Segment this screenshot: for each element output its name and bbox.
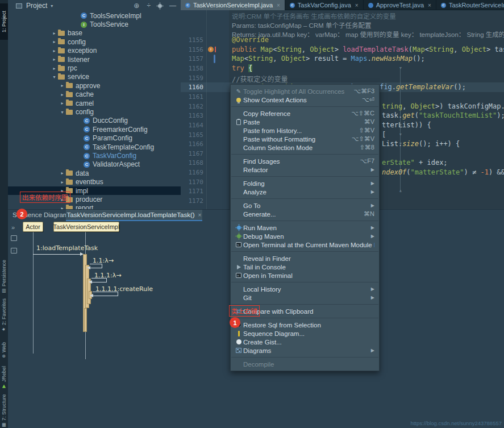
seq-actor-box[interactable]: Actor [23, 222, 43, 232]
tree-item-label: DuccConfig [93, 117, 128, 124]
editor-tab-taskrouterserviceimpl-java[interactable]: CTaskRouterServiceImpl.java× [436, 0, 504, 10]
tree-item-exception[interactable]: ▸exception [8, 47, 181, 55]
fold-marker-icon[interactable]: ▵ [397, 188, 405, 193]
close-icon[interactable]: × [355, 2, 359, 9]
gear-icon[interactable] [158, 4, 162, 8]
code-line-1159[interactable]: 1159 //获取定义的变量 [181, 73, 504, 83]
collapse-arrows-icon[interactable]: » [11, 224, 15, 231]
editor-tab-taskvarconfig-java[interactable]: CTaskVarConfig.java× [285, 0, 364, 10]
tree-item-toolsservice[interactable]: IToolsService [8, 20, 181, 28]
tree-item-cache[interactable]: ▸cache [8, 90, 181, 99]
menu-item-debug-maven[interactable]: Debug Maven▶ [231, 232, 379, 240]
close-icon[interactable]: × [428, 2, 431, 9]
menu-item-find-usages[interactable]: Find Usages⌥F7 [231, 157, 379, 165]
menu-item-paste[interactable]: Paste⌘V [231, 118, 379, 126]
chevron-down-icon[interactable]: ▾ [51, 3, 53, 9]
tool-window-project[interactable]: 1: Project [0, 3, 8, 40]
code-line-1156[interactable]: 1156↑▿public Map<String, Object> loadTem… [181, 45, 504, 55]
chevron-right-icon[interactable]: ▸ [51, 57, 58, 62]
chevron-right-icon[interactable]: ▸ [59, 83, 66, 88]
menu-item-label: Refactor [243, 167, 365, 173]
tool-window-button-jrebel[interactable]: ▶JRebel [0, 361, 8, 389]
menu-item-column-selection-mode[interactable]: Column Selection Mode⇧⌘8 [231, 143, 379, 152]
seq-object-box[interactable]: TaskVersionServiceImpl [53, 222, 119, 232]
chevron-right-icon[interactable]: ▸ [51, 39, 58, 44]
tree-item-paramconfig[interactable]: CParamConfig [8, 134, 181, 143]
tool-window-button-persistence[interactable]: ▤Persistence [0, 256, 8, 293]
code-line-1157[interactable]: 1157 Map<String, Object> result = Maps.n… [181, 54, 504, 64]
menu-item-show-context-actions[interactable]: Show Context Actions⌥⏎ [231, 95, 379, 104]
code-line-1158[interactable]: 1158▿ try { [181, 64, 504, 73]
tree-item-data[interactable]: ▸data [8, 169, 181, 177]
menu-item-create-gist[interactable]: Create Gist... [231, 338, 379, 346]
tree-item-approve[interactable]: ▸approve [8, 81, 181, 90]
chevron-right-icon[interactable]: ▸ [59, 101, 66, 106]
menu-item-toggle-highlight-of-all-occurrences[interactable]: ✎Toggle Highlight of All Occurrences⌥⌘F3 [231, 87, 379, 95]
override-marker-icon[interactable]: ↑ [208, 47, 214, 52]
tree-item-report[interactable]: ▸report [8, 204, 181, 209]
shortcut-label: ⌥⇧⌘C [351, 110, 374, 117]
menu-item-decompile[interactable]: Decompile [231, 360, 379, 368]
tree-item-base[interactable]: ▸base [8, 29, 181, 38]
code-text: List.size(); i++) { [382, 140, 504, 148]
menu-item-generate[interactable]: Generate...⌘N [231, 210, 379, 218]
menu-item-diagrams[interactable]: Diagrams▶ [231, 346, 379, 355]
locate-icon[interactable]: ⊕ [134, 2, 139, 9]
menu-item-paste-without-formatting[interactable]: Paste without Formatting⌥⇧⌘V [231, 135, 379, 143]
tool-window-button-7-structure[interactable]: ▦7: Structure [0, 392, 8, 427]
chevron-right-icon[interactable]: ▸ [59, 92, 66, 97]
tree-item-service[interactable]: ▾service [8, 73, 181, 81]
tree-item-config[interactable]: ▾config [8, 107, 181, 116]
collapse-all-icon[interactable]: ÷ [147, 2, 151, 9]
menu-item-folding[interactable]: Folding▶ [231, 179, 379, 188]
menu-item-restore-sql-from-selection[interactable]: Restore Sql from Selection [231, 321, 379, 329]
persistence-icon: ▤ [2, 288, 7, 293]
tree-item-freemarkerconfig[interactable]: CFreemarkerConfig [8, 125, 181, 134]
editor-tab-taskversionserviceimpl-java[interactable]: CTaskVersionServiceImpl.java× [181, 0, 285, 10]
hide-panel-icon[interactable]: — [169, 2, 176, 9]
tree-item-taskvarconfig[interactable]: CTaskVarConfig [8, 151, 181, 160]
chevron-right-icon[interactable]: ▸ [51, 66, 58, 71]
export-image-icon[interactable] [11, 235, 17, 241]
tree-item-toolsserviceimpl[interactable]: CToolsServiceImpl [8, 11, 181, 20]
menu-item-analyze[interactable]: Analyze▶ [231, 188, 379, 196]
save-icon[interactable]: ↑ [11, 248, 17, 254]
menu-item-git[interactable]: Git▶ [231, 293, 379, 302]
tree-item-eventbus[interactable]: ▸eventbus [8, 178, 181, 186]
menu-item-local-history[interactable]: Local History▶ [231, 285, 379, 293]
chevron-right-icon[interactable]: ▸ [51, 48, 58, 53]
menu-item-sequence-diagram[interactable]: Sequence Diagram... [231, 329, 379, 338]
menu-item-paste-from-history[interactable]: Paste from History...⇧⌘V [231, 126, 379, 135]
line-number: 1161 [184, 93, 203, 101]
close-icon[interactable]: × [198, 212, 202, 218]
tree-item-camel[interactable]: ▸camel [8, 99, 181, 107]
menu-item-refactor[interactable]: Refactor▶ [231, 165, 379, 174]
tree-item-rpc[interactable]: ▸rpc [8, 64, 181, 72]
menu-item-run-maven[interactable]: Run Maven▶ [231, 223, 379, 232]
menu-item-copy-reference[interactable]: Copy Reference⌥⇧⌘C [231, 109, 379, 118]
code-text: task.get("taskTouchItemList"); [382, 111, 504, 119]
tool-window-button-2-favorites[interactable]: ★2: Favorites [0, 296, 8, 332]
code-line-1155[interactable]: 1155@Override [181, 35, 504, 45]
chevron-right-icon[interactable]: ▸ [59, 171, 66, 176]
menu-item-reveal-in-finder[interactable]: Reveal in Finder [231, 254, 379, 263]
tree-item-duccconfig[interactable]: CDuccConfig [8, 117, 181, 125]
tree-item-listener[interactable]: ▸listener [8, 55, 181, 64]
menu-item-open-terminal-at-the-current-maven-module-path[interactable]: >Open Terminal at the Current Maven Modu… [231, 240, 379, 249]
tree-item-tasktemplateconfig[interactable]: CTaskTemplateConfig [8, 143, 181, 151]
tree-item-config[interactable]: ▸config [8, 38, 181, 46]
editor-tab-approvetest-java[interactable]: ApproveTest.java× [364, 0, 436, 10]
tree-item-validatoraspect[interactable]: CValidatorAspect [8, 160, 181, 169]
line-number: 1157 [184, 55, 203, 63]
chevron-right-icon[interactable]: ▸ [51, 31, 58, 36]
menu-item-tail-in-console[interactable]: Tail in Console [231, 263, 379, 271]
chevron-down-icon[interactable]: ▾ [51, 74, 58, 80]
sequence-diagram-tab[interactable]: TaskVersionServiceImpl.loadTemplateTask(… [66, 210, 202, 221]
tool-window-button-web[interactable]: ⊕Web [0, 335, 8, 358]
menu-item-go-to[interactable]: Go To▶ [231, 201, 379, 210]
chevron-right-icon[interactable]: ▸ [59, 180, 66, 185]
close-icon[interactable]: × [277, 2, 280, 9]
project-panel-header: Project ▾ ⊕ ÷ — [8, 0, 181, 11]
chevron-down-icon[interactable]: ▾ [59, 110, 66, 115]
menu-item-open-in-terminal[interactable]: >Open in Terminal [231, 271, 379, 280]
